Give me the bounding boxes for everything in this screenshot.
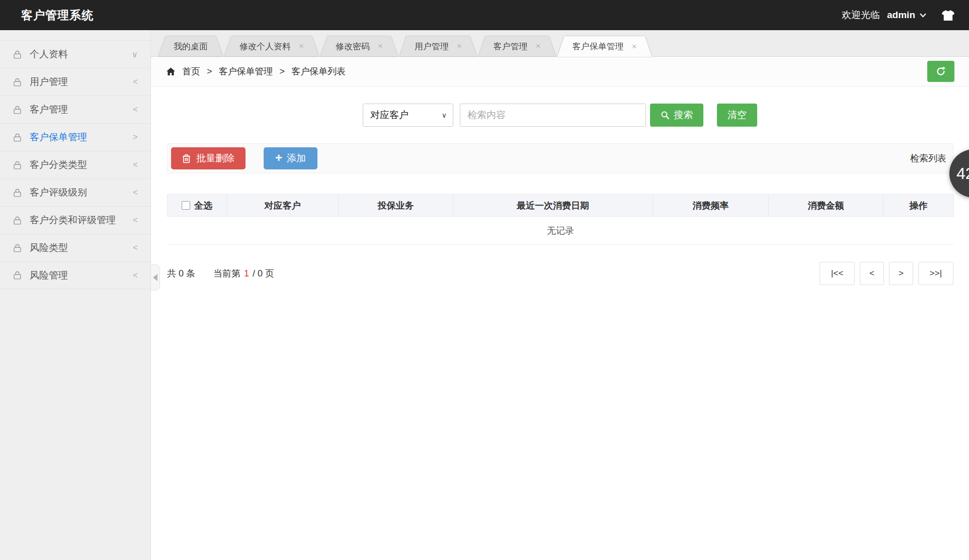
batch-delete-button[interactable]: 批量删除 xyxy=(171,147,246,169)
top-header: 客户管理系统 欢迎光临 admin xyxy=(0,0,969,30)
next-page-button[interactable]: > xyxy=(889,262,913,285)
sidebar-item-risk-management[interactable]: 风险管理 < xyxy=(0,261,150,289)
chevron-left-icon: < xyxy=(133,243,138,253)
pagination-info: 共 0 条 当前第 1 / 0 页 xyxy=(167,267,274,279)
prev-page-button[interactable]: < xyxy=(860,262,884,285)
lock-icon xyxy=(13,160,22,170)
app-window: 客户管理系统 欢迎光临 admin 个人资料 ∨ 用户管理 xyxy=(0,0,969,560)
lock-icon xyxy=(13,188,22,198)
empty-text: 无记录 xyxy=(168,217,954,245)
breadcrumb-bar: 首页 > 客户保单管理 > 客户保单列表 xyxy=(151,57,969,86)
tab-bar: 我的桌面 修改个人资料 × 修改密码 × 用户管理 × 客户管理 × 客户保单管… xyxy=(151,30,969,57)
chevron-left-icon: < xyxy=(133,188,138,198)
tab-label: 客户保单管理 xyxy=(573,41,624,52)
lock-icon xyxy=(13,133,22,142)
refresh-icon xyxy=(935,66,946,77)
current-page-info: 当前第 1 / 0 页 xyxy=(213,267,274,279)
tab-label: 用户管理 xyxy=(415,41,449,52)
sidebar-item-user-management[interactable]: 用户管理 < xyxy=(0,68,150,96)
sidebar-item-label: 个人资料 xyxy=(30,48,68,61)
sidebar-item-customer-management[interactable]: 客户管理 < xyxy=(0,96,150,123)
current-page-prefix: 当前第 xyxy=(213,267,240,279)
shirt-icon[interactable] xyxy=(941,10,955,21)
sidebar-item-policy-management[interactable]: 客户保单管理 > xyxy=(0,123,150,151)
chevron-left-icon: < xyxy=(133,77,138,87)
sidebar-item-label: 用户管理 xyxy=(30,75,68,88)
select-all-label: 全选 xyxy=(194,200,212,212)
search-button-label: 搜索 xyxy=(674,109,693,122)
sidebar-item-label: 风险类型 xyxy=(30,241,68,254)
column-header-frequency: 消费频率 xyxy=(653,195,769,217)
breadcrumb-current: 客户保单列表 xyxy=(291,65,346,77)
trash-icon xyxy=(182,154,191,163)
breadcrumb-separator: > xyxy=(207,66,212,77)
search-button[interactable]: 搜索 xyxy=(650,104,703,127)
sidebar: 个人资料 ∨ 用户管理 < 客户管理 < 客户保单管理 > 客户分类类型 < 客… xyxy=(0,30,151,560)
sidebar-item-label: 客户分类类型 xyxy=(30,158,87,171)
sidebar-item-customer-category-type[interactable]: 客户分类类型 < xyxy=(0,151,150,178)
add-button-label: 添加 xyxy=(287,152,306,165)
chevron-left-icon: < xyxy=(133,215,138,225)
tab-label: 修改密码 xyxy=(336,41,370,52)
welcome-text: 欢迎光临 xyxy=(842,9,880,22)
close-icon[interactable]: × xyxy=(632,42,637,52)
column-header-amount: 消费金额 xyxy=(769,195,883,217)
chevron-left-icon: < xyxy=(133,270,138,281)
close-icon[interactable]: × xyxy=(299,41,304,51)
chevron-down-icon xyxy=(920,13,926,18)
last-page-button[interactable]: >>| xyxy=(918,262,953,285)
search-input[interactable] xyxy=(460,104,646,127)
tab-user-management[interactable]: 用户管理 × xyxy=(399,36,477,56)
table-header-row: 全选 对应客户 投保业务 最近一次消费日期 消费频率 消费金额 操作 xyxy=(168,195,954,217)
breadcrumb-policy-link[interactable]: 客户保单管理 xyxy=(219,65,273,77)
search-icon xyxy=(661,111,670,120)
tab-label: 我的桌面 xyxy=(174,41,208,52)
tab-customer-management[interactable]: 客户管理 × xyxy=(478,36,556,56)
tab-edit-profile[interactable]: 修改个人资料 × xyxy=(224,36,319,56)
home-icon xyxy=(166,67,176,76)
user-menu[interactable]: admin xyxy=(887,10,926,21)
chevron-left-icon: < xyxy=(133,160,138,170)
close-icon[interactable]: × xyxy=(457,41,462,51)
close-icon[interactable]: × xyxy=(378,41,383,51)
main-content: 我的桌面 修改个人资料 × 修改密码 × 用户管理 × 客户管理 × 客户保单管… xyxy=(151,30,969,560)
refresh-button[interactable] xyxy=(927,61,954,82)
chevron-left-icon: < xyxy=(133,105,138,115)
sidebar-collapse-handle[interactable] xyxy=(151,264,160,291)
username: admin xyxy=(887,10,915,21)
add-button[interactable]: + 添加 xyxy=(264,147,317,169)
current-page-number: 1 xyxy=(244,268,249,279)
clear-button[interactable]: 清空 xyxy=(717,104,757,127)
close-icon[interactable]: × xyxy=(536,41,541,51)
pagination-buttons: |<< < > >>| xyxy=(820,262,953,285)
sidebar-item-category-rating-management[interactable]: 客户分类和评级管理 < xyxy=(0,206,150,234)
first-page-button[interactable]: |<< xyxy=(820,262,855,285)
chevron-right-icon: > xyxy=(133,132,138,142)
sidebar-item-label: 客户评级级别 xyxy=(30,186,87,199)
sidebar-item-customer-rating-level[interactable]: 客户评级级别 < xyxy=(0,178,150,206)
tab-change-password[interactable]: 修改密码 × xyxy=(320,36,398,56)
sidebar-item-risk-type[interactable]: 风险类型 < xyxy=(0,234,150,261)
total-count: 共 0 条 xyxy=(167,267,195,279)
lock-icon xyxy=(13,270,22,280)
sidebar-item-profile[interactable]: 个人资料 ∨ xyxy=(0,40,150,68)
sidebar-item-label: 风险管理 xyxy=(30,269,68,282)
breadcrumb-home-link[interactable]: 首页 xyxy=(182,65,200,77)
select-all-header: 全选 xyxy=(168,195,227,217)
badge-value: 42 xyxy=(956,164,969,183)
breadcrumb-separator: > xyxy=(280,66,285,77)
lock-icon xyxy=(13,105,22,115)
breadcrumb: 首页 > 客户保单管理 > 客户保单列表 xyxy=(166,65,346,77)
column-header-actions: 操作 xyxy=(883,195,954,217)
collapse-left-icon xyxy=(153,274,157,281)
column-header-business: 投保业务 xyxy=(339,195,453,217)
policy-table: 全选 对应客户 投保业务 最近一次消费日期 消费频率 消费金额 操作 无记录 xyxy=(167,194,954,245)
tab-policy-management[interactable]: 客户保单管理 × xyxy=(557,36,652,57)
select-all-checkbox[interactable] xyxy=(182,201,190,210)
chevron-down-icon: ∨ xyxy=(442,111,447,119)
filter-select[interactable]: 对应客户 ∨ xyxy=(363,104,453,127)
sidebar-item-label: 客户分类和评级管理 xyxy=(30,214,116,227)
tab-my-desktop[interactable]: 我的桌面 xyxy=(158,36,223,56)
header-right: 欢迎光临 admin xyxy=(842,9,955,22)
pagination: 共 0 条 当前第 1 / 0 页 |<< < > >>| xyxy=(167,262,953,285)
